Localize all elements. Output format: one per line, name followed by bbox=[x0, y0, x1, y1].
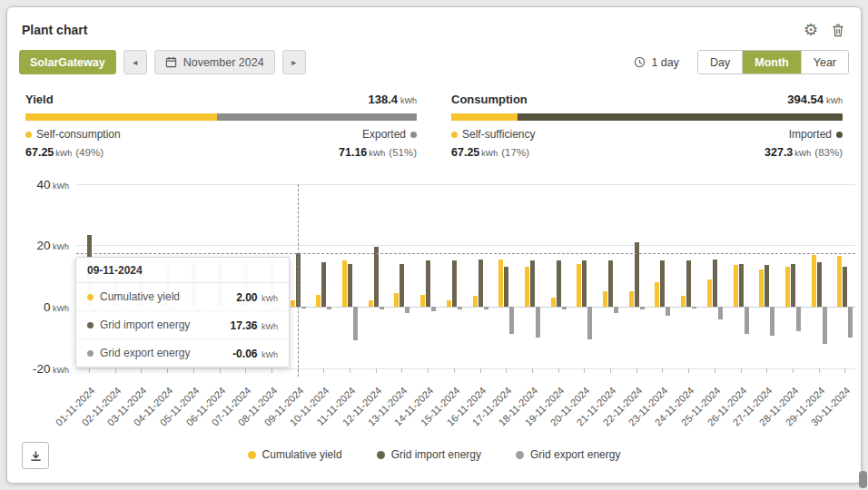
bar-cumulative-yield[interactable] bbox=[316, 295, 321, 308]
bar-grid-export-energy[interactable] bbox=[353, 307, 358, 340]
view-year-button[interactable]: Year bbox=[801, 51, 848, 74]
bar-grid-import-energy[interactable] bbox=[557, 260, 561, 307]
bar-grid-import-energy[interactable] bbox=[608, 260, 613, 307]
consumption-bar bbox=[451, 113, 843, 121]
bar-grid-import-energy[interactable] bbox=[764, 265, 769, 307]
gateway-button[interactable]: SolarGateway bbox=[19, 50, 116, 74]
scrollbar-thumb[interactable] bbox=[859, 471, 867, 488]
self-sufficiency-label: Self-sufficiency bbox=[462, 128, 535, 141]
bar-grid-import-energy[interactable] bbox=[686, 260, 691, 307]
bar-grid-export-energy[interactable] bbox=[640, 307, 645, 309]
bar-cumulative-yield[interactable] bbox=[420, 295, 425, 308]
bar-grid-import-energy[interactable] bbox=[582, 260, 587, 307]
prev-month-button[interactable]: ◂ bbox=[123, 50, 147, 74]
bar-grid-import-energy[interactable] bbox=[374, 247, 379, 307]
bar-grid-import-energy[interactable] bbox=[817, 262, 822, 307]
settings-button[interactable]: ⚙ bbox=[801, 20, 821, 40]
bar-grid-export-energy[interactable] bbox=[509, 307, 514, 334]
bar-grid-import-energy[interactable] bbox=[321, 262, 326, 307]
bar-cumulative-yield[interactable] bbox=[447, 300, 451, 307]
bar-cumulative-yield[interactable] bbox=[785, 267, 790, 307]
bar-grid-import-energy[interactable] bbox=[530, 260, 535, 307]
bar-grid-export-energy[interactable] bbox=[770, 307, 774, 336]
x-tick bbox=[350, 368, 350, 373]
chart-footer: Cumulative yieldGrid import energyGrid e… bbox=[19, 442, 849, 471]
bar-cumulative-yield[interactable] bbox=[342, 260, 347, 307]
bar-grid-export-energy[interactable] bbox=[327, 307, 331, 309]
bar-grid-import-energy[interactable] bbox=[713, 260, 717, 307]
delete-button[interactable] bbox=[828, 20, 848, 40]
bar-grid-export-energy[interactable] bbox=[484, 307, 488, 309]
crosshair-vertical bbox=[298, 184, 299, 377]
bar-cumulative-yield[interactable] bbox=[655, 282, 659, 307]
yield-bar bbox=[25, 113, 417, 121]
bar-grid-export-energy[interactable] bbox=[562, 307, 567, 309]
bar-grid-import-energy[interactable] bbox=[426, 260, 430, 307]
consumption-title: Consumption bbox=[451, 93, 528, 106]
interval-indicator: 1 day bbox=[634, 56, 679, 69]
bar-grid-export-energy[interactable] bbox=[745, 307, 749, 334]
x-tick bbox=[610, 368, 611, 373]
bar-cumulative-yield[interactable] bbox=[525, 267, 529, 307]
bar-cumulative-yield[interactable] bbox=[603, 291, 607, 307]
bar-grid-export-energy[interactable] bbox=[666, 307, 670, 316]
toolbar-right: 1 day DayMonthYear bbox=[634, 50, 849, 74]
bar-grid-export-energy[interactable] bbox=[587, 307, 592, 339]
bar-grid-export-energy[interactable] bbox=[380, 307, 384, 309]
bar-cumulative-yield[interactable] bbox=[291, 300, 295, 307]
legend-item-cumulative-yield[interactable]: Cumulative yield bbox=[248, 448, 342, 461]
toolbar: SolarGateway ◂ November 2024 ▸ 1 day Day… bbox=[19, 50, 849, 74]
bar-cumulative-yield[interactable] bbox=[369, 300, 373, 307]
legend-item-grid-import-energy[interactable]: Grid import energy bbox=[377, 448, 481, 461]
bar-grid-export-energy[interactable] bbox=[536, 307, 540, 338]
next-month-button[interactable]: ▸ bbox=[282, 50, 306, 74]
bar-grid-export-energy[interactable] bbox=[431, 307, 436, 311]
bar-cumulative-yield[interactable] bbox=[759, 270, 764, 307]
bar-cumulative-yield[interactable] bbox=[734, 265, 738, 307]
legend-item-grid-export-energy[interactable]: Grid export energy bbox=[516, 448, 620, 461]
bar-grid-export-energy[interactable] bbox=[692, 307, 696, 309]
view-month-button[interactable]: Month bbox=[742, 51, 800, 74]
exported-block: Exported 71.16kWh(51%) bbox=[339, 128, 417, 160]
bar-grid-import-energy[interactable] bbox=[843, 267, 847, 307]
bar-grid-export-energy[interactable] bbox=[614, 307, 618, 313]
bar-cumulative-yield[interactable] bbox=[577, 264, 581, 307]
bar-cumulative-yield[interactable] bbox=[473, 296, 478, 307]
view-day-button[interactable]: Day bbox=[698, 51, 742, 74]
bar-grid-import-energy[interactable] bbox=[478, 260, 483, 307]
bar-grid-export-energy[interactable] bbox=[718, 307, 723, 319]
bar-grid-export-energy[interactable] bbox=[823, 307, 827, 344]
bar-grid-import-energy[interactable] bbox=[791, 264, 795, 307]
bar-grid-import-energy[interactable] bbox=[660, 260, 665, 307]
bar-grid-export-energy[interactable] bbox=[458, 307, 462, 309]
bar-cumulative-yield[interactable] bbox=[629, 291, 634, 307]
bar-grid-export-energy[interactable] bbox=[301, 307, 306, 309]
bar-cumulative-yield[interactable] bbox=[498, 260, 503, 307]
gear-icon: ⚙ bbox=[804, 22, 818, 38]
bar-grid-import-energy[interactable] bbox=[739, 264, 744, 307]
bar-grid-import-energy[interactable] bbox=[348, 264, 352, 307]
bar-grid-import-energy[interactable] bbox=[452, 260, 457, 307]
legend-dot-cumulative-yield bbox=[248, 451, 256, 459]
bar-cumulative-yield[interactable] bbox=[837, 256, 842, 307]
page-title: Plant chart bbox=[22, 23, 87, 37]
exported-label: Exported bbox=[362, 128, 406, 141]
bar-grid-import-energy[interactable] bbox=[504, 267, 508, 307]
bar-grid-export-energy[interactable] bbox=[405, 307, 409, 313]
bar-grid-export-energy[interactable] bbox=[796, 307, 801, 331]
bar-cumulative-yield[interactable] bbox=[681, 296, 686, 307]
bar-cumulative-yield[interactable] bbox=[394, 293, 399, 307]
crosshair-horizontal bbox=[76, 253, 855, 254]
view-switcher: DayMonthYear bbox=[697, 50, 849, 74]
bar-grid-import-energy[interactable] bbox=[399, 264, 404, 307]
legend-label-grid-export-energy: Grid export energy bbox=[530, 448, 620, 461]
y-tick-label-20: 20 kWh bbox=[16, 237, 69, 253]
exported-pct: (51%) bbox=[389, 147, 417, 158]
bar-cumulative-yield[interactable] bbox=[707, 279, 712, 307]
toolbar-left: SolarGateway ◂ November 2024 ▸ bbox=[19, 50, 306, 74]
date-picker-button[interactable]: November 2024 bbox=[154, 50, 275, 74]
bar-grid-import-energy[interactable] bbox=[635, 242, 639, 307]
bar-cumulative-yield[interactable] bbox=[551, 298, 556, 307]
bar-cumulative-yield[interactable] bbox=[812, 255, 816, 308]
bar-grid-export-energy[interactable] bbox=[848, 307, 853, 338]
